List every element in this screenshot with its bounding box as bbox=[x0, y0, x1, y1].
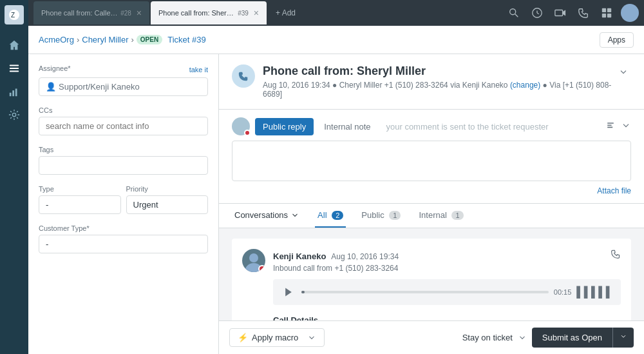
ticket-header: Phone call from: Sheryl Miller Aug 10, 2… bbox=[219, 54, 644, 110]
tab-28-close[interactable]: × bbox=[137, 8, 142, 17]
attach-file-link[interactable]: Attach file bbox=[597, 186, 631, 195]
app-container: Z Phone call from: Caller +1 (510... #28… bbox=[0, 0, 644, 354]
ticket-via: via Kenji Kaneko bbox=[450, 81, 507, 90]
audio-progress-fill bbox=[301, 291, 305, 293]
svg-point-8 bbox=[12, 113, 15, 116]
message-phone-icon[interactable] bbox=[611, 249, 621, 261]
sidebar-item-tickets[interactable] bbox=[4, 58, 24, 79]
tab-28-suffix: #28 bbox=[120, 10, 131, 17]
ticket-caller: Cheryl Miller +1 (510) 283-3264 bbox=[339, 81, 448, 90]
call-details: Call Details Call from: +1 (510) 283-326… bbox=[273, 313, 621, 320]
submit-label: Submit as bbox=[542, 333, 580, 342]
conversations-dropdown[interactable]: Conversations bbox=[232, 204, 302, 228]
search-icon[interactable] bbox=[505, 4, 523, 22]
macro-icon: ⚡ bbox=[238, 333, 248, 342]
internal-note-tab[interactable]: Internal note bbox=[316, 118, 378, 135]
assignee-input[interactable]: 👤 Support/Kenji Kaneko bbox=[39, 77, 208, 96]
assignee-field: Assignee* take it 👤 Support/Kenji Kaneko bbox=[39, 64, 208, 96]
tab-39-close[interactable]: × bbox=[254, 8, 259, 17]
ccs-label: CCs bbox=[39, 106, 208, 114]
sidebar-item-settings[interactable] bbox=[4, 104, 24, 125]
reply-format-icon[interactable] bbox=[605, 121, 616, 133]
ticket-phone-icon bbox=[232, 64, 255, 88]
customer-type-input[interactable] bbox=[39, 235, 208, 253]
sidebar-item-home[interactable] bbox=[4, 35, 24, 55]
priority-field: Priority bbox=[126, 185, 209, 214]
bottom-bar: ⚡ Apply macro Stay on ticket Submit as O… bbox=[219, 320, 644, 354]
tags-label: Tags bbox=[39, 146, 208, 153]
svg-rect-15 bbox=[602, 8, 606, 12]
video-icon[interactable] bbox=[551, 4, 569, 22]
breadcrumb-sep-2: › bbox=[131, 35, 133, 44]
svg-rect-6 bbox=[12, 90, 14, 96]
take-it-link[interactable]: take it bbox=[189, 66, 208, 74]
org-link[interactable]: AcmeOrg bbox=[39, 35, 74, 44]
apps-button[interactable]: Apps bbox=[600, 32, 634, 48]
priority-input[interactable] bbox=[126, 195, 209, 214]
tab-39[interactable]: Phone call from: Sheryl Miller #39 × bbox=[151, 1, 267, 25]
internal-tab[interactable]: Internal 1 bbox=[416, 204, 466, 228]
type-field: Type bbox=[39, 185, 121, 214]
attach-file-area: Attach file bbox=[232, 186, 631, 195]
play-button[interactable] bbox=[281, 284, 296, 300]
svg-rect-4 bbox=[10, 71, 19, 72]
svg-line-10 bbox=[515, 14, 518, 17]
tags-input[interactable] bbox=[39, 156, 208, 175]
svg-rect-2 bbox=[10, 65, 19, 66]
customer-type-label: Customer Type* bbox=[39, 224, 208, 232]
person-link[interactable]: Cheryl Miller bbox=[82, 35, 128, 44]
user-avatar[interactable] bbox=[621, 4, 639, 22]
phone-icon[interactable] bbox=[574, 4, 592, 22]
public-tab[interactable]: Public 1 bbox=[359, 204, 403, 228]
message-header: Kenji Kaneko Aug 10, 2016 19:34 bbox=[273, 249, 621, 261]
reply-tabs: Public reply Internal note your comment … bbox=[232, 117, 631, 135]
sidebar: Z bbox=[0, 0, 28, 354]
type-label: Type bbox=[39, 185, 121, 193]
svg-rect-14 bbox=[555, 10, 563, 16]
grid-icon[interactable] bbox=[598, 4, 616, 22]
chevron-down-icon[interactable] bbox=[616, 64, 631, 82]
message-item: Kenji Kaneko Aug 10, 2016 19:34 Inbound … bbox=[232, 239, 631, 320]
submit-button[interactable]: Submit as Open bbox=[532, 328, 612, 348]
internal-badge: 1 bbox=[451, 211, 463, 220]
svg-marker-20 bbox=[285, 288, 292, 297]
person-icon: 👤 bbox=[46, 82, 56, 92]
ticket-info: Phone call from: Sheryl Miller Aug 10, 2… bbox=[263, 64, 616, 99]
audio-waveform-icon: ▌▌▌▌▌ bbox=[576, 286, 613, 298]
main-area: Phone call from: Caller +1 (510... #28 ×… bbox=[28, 0, 644, 354]
content-area: Assignee* take it 👤 Support/Kenji Kaneko… bbox=[28, 54, 644, 354]
ticket-link[interactable]: Ticket #39 bbox=[167, 35, 206, 44]
tab-28-label: Phone call from: Caller +1 (510... bbox=[41, 9, 119, 17]
submit-chevron-button[interactable] bbox=[612, 328, 634, 348]
audio-time: 00:15 bbox=[554, 288, 572, 296]
conversations-label: Conversations bbox=[234, 210, 288, 220]
public-reply-tab[interactable]: Public reply bbox=[255, 118, 314, 135]
message-avatar bbox=[242, 249, 265, 272]
reply-actions bbox=[600, 121, 631, 133]
ccs-input[interactable] bbox=[39, 117, 208, 135]
clock-icon[interactable] bbox=[528, 4, 546, 22]
svg-text:Z: Z bbox=[11, 12, 15, 19]
public-badge: 1 bbox=[389, 211, 401, 220]
apply-macro-select[interactable]: ⚡ Apply macro bbox=[229, 328, 325, 347]
tab-add[interactable]: + Add bbox=[268, 8, 303, 17]
tab-39-suffix: #39 bbox=[238, 10, 249, 17]
svg-rect-17 bbox=[602, 14, 606, 17]
reply-textarea[interactable] bbox=[232, 141, 631, 181]
message-author: Kenji Kaneko bbox=[273, 251, 326, 261]
type-input[interactable] bbox=[39, 195, 121, 214]
change-link[interactable]: (change) bbox=[510, 81, 540, 90]
tab-39-label: Phone call from: Sheryl Miller bbox=[158, 9, 236, 17]
macro-label: Apply macro bbox=[252, 333, 298, 342]
audio-progress-bar[interactable] bbox=[301, 291, 549, 293]
reply-chevron-icon[interactable] bbox=[621, 121, 631, 133]
tab-bar-actions bbox=[505, 4, 639, 22]
all-label: All bbox=[317, 210, 327, 220]
all-tab[interactable]: All 2 bbox=[315, 204, 346, 228]
public-label: Public bbox=[361, 210, 384, 220]
all-badge: 2 bbox=[332, 211, 343, 220]
message-subtitle: Inbound call from +1 (510) 283-3264 bbox=[273, 264, 621, 273]
tab-bar: Phone call from: Caller +1 (510... #28 ×… bbox=[28, 0, 644, 26]
sidebar-item-reports[interactable] bbox=[4, 81, 24, 102]
tab-28[interactable]: Phone call from: Caller +1 (510... #28 × bbox=[33, 1, 149, 25]
